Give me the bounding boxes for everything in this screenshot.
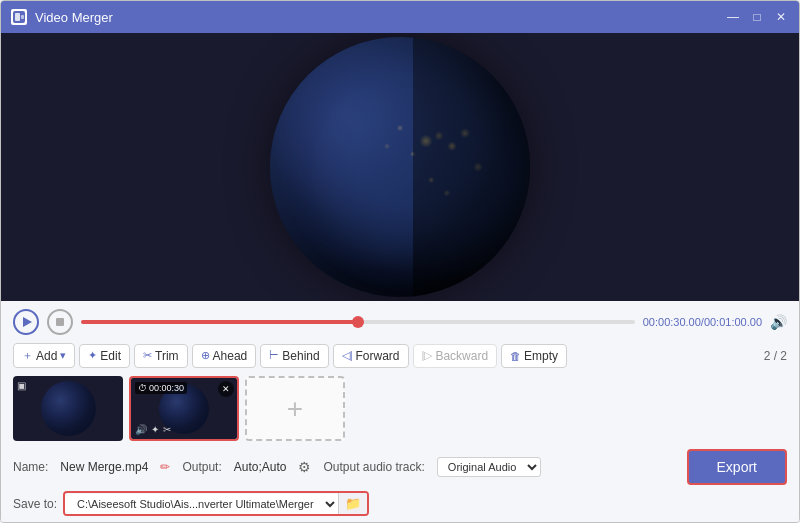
output-gear-icon[interactable]: ⚙ <box>298 459 311 475</box>
play-button[interactable] <box>13 309 39 335</box>
forward-label: Forward <box>356 349 400 363</box>
clip-remove-button-2[interactable]: ✕ <box>218 381 234 397</box>
backward-icon: |▷ <box>422 349 433 362</box>
window-title: Video Merger <box>35 10 725 25</box>
output-value: Auto;Auto <box>234 460 287 474</box>
svg-rect-2 <box>21 15 24 19</box>
progress-thumb[interactable] <box>352 316 364 328</box>
name-label: Name: <box>13 460 48 474</box>
name-value: New Merge.mp4 <box>60 460 148 474</box>
name-edit-icon[interactable]: ✏ <box>160 460 170 474</box>
export-button[interactable]: Export <box>687 449 787 485</box>
empty-icon: 🗑 <box>510 350 521 362</box>
meta-row: Name: New Merge.mp4 ✏ Output: Auto;Auto … <box>13 449 787 485</box>
audio-select[interactable]: Original Audio <box>437 457 541 477</box>
maximize-button[interactable]: □ <box>749 9 765 25</box>
save-folder-button[interactable]: 📁 <box>338 493 367 514</box>
forward-icon: ◁| <box>342 349 353 362</box>
progress-fill <box>81 320 358 324</box>
add-button[interactable]: ＋ Add ▾ <box>13 343 75 368</box>
timeline-row: ▣ ⏱ 00:00:30 ✕ 🔊 ✦ ✂ <box>13 376 787 441</box>
stop-button[interactable] <box>47 309 73 335</box>
video-preview <box>1 33 799 301</box>
stop-icon <box>56 318 64 326</box>
app-icon <box>11 9 27 25</box>
clip-duration-icon: ⏱ <box>138 383 147 393</box>
empty-label: Empty <box>524 349 558 363</box>
trim-label: Trim <box>155 349 179 363</box>
empty-button[interactable]: 🗑 Empty <box>501 344 567 368</box>
ahead-button[interactable]: ⊕ Ahead <box>192 344 257 368</box>
close-button[interactable]: ✕ <box>773 9 789 25</box>
window-controls: — □ ✕ <box>725 9 789 25</box>
add-label: Add <box>36 349 57 363</box>
clip-audio-icon: 🔊 <box>135 424 147 435</box>
forward-button[interactable]: ◁| Forward <box>333 344 409 368</box>
play-icon <box>23 317 32 327</box>
add-clip-button[interactable]: + <box>245 376 345 441</box>
save-path-select[interactable]: C:\Aiseesoft Studio\Ais...nverter Ultima… <box>65 494 338 514</box>
clip-caption-icon: ✦ <box>151 424 159 435</box>
clip-thumb-1: ▣ <box>13 376 123 441</box>
output-label: Output: <box>182 460 221 474</box>
controls-area: 00:00:30.00/00:01:00.00 🔊 ＋ Add ▾ ✦ Edit… <box>1 301 799 522</box>
edit-icon: ✦ <box>88 349 97 362</box>
clip-trim-icon: ✂ <box>163 424 171 435</box>
edit-button[interactable]: ✦ Edit <box>79 344 130 368</box>
edit-label: Edit <box>100 349 121 363</box>
earth-atmosphere <box>270 37 530 297</box>
clip-item-2[interactable]: ⏱ 00:00:30 ✕ 🔊 ✦ ✂ <box>129 376 239 441</box>
clip-video-icon-1: ▣ <box>17 380 26 391</box>
save-label: Save to: <box>13 497 57 511</box>
save-row: Save to: C:\Aiseesoft Studio\Ais...nvert… <box>13 491 787 516</box>
behind-label: Behind <box>282 349 319 363</box>
svg-rect-1 <box>15 13 20 21</box>
clip-item-1[interactable]: ▣ <box>13 376 123 441</box>
behind-icon: ⊢ <box>269 349 279 362</box>
ahead-icon: ⊕ <box>201 349 210 362</box>
volume-icon[interactable]: 🔊 <box>770 314 787 330</box>
time-display: 00:00:30.00/00:01:00.00 <box>643 316 762 328</box>
audio-label: Output audio track: <box>323 460 424 474</box>
save-path-wrapper: C:\Aiseesoft Studio\Ais...nverter Ultima… <box>63 491 369 516</box>
progress-track[interactable] <box>81 320 635 324</box>
add-dropdown-icon: ▾ <box>60 349 66 362</box>
clip-duration-badge-2: ⏱ 00:00:30 <box>135 382 187 394</box>
backward-label: Backward <box>435 349 488 363</box>
add-icon: ＋ <box>22 348 33 363</box>
trim-button[interactable]: ✂ Trim <box>134 344 188 368</box>
trim-icon: ✂ <box>143 349 152 362</box>
backward-button[interactable]: |▷ Backward <box>413 344 498 368</box>
clip-duration-text: 00:00:30 <box>149 383 184 393</box>
clip-thumb-2: ⏱ 00:00:30 ✕ 🔊 ✦ ✂ <box>131 378 237 439</box>
titlebar: Video Merger — □ ✕ <box>1 1 799 33</box>
playback-row: 00:00:30.00/00:01:00.00 🔊 <box>13 309 787 335</box>
clip-globe-1 <box>41 381 96 436</box>
main-window: Video Merger — □ ✕ <box>0 0 800 523</box>
behind-button[interactable]: ⊢ Behind <box>260 344 328 368</box>
video-preview-area <box>1 33 799 301</box>
minimize-button[interactable]: — <box>725 9 741 25</box>
clip-icons-2: 🔊 ✦ ✂ <box>135 424 171 435</box>
toolbar-row: ＋ Add ▾ ✦ Edit ✂ Trim ⊕ Ahead ⊢ Behind ◁… <box>13 343 787 368</box>
add-clip-plus-icon: + <box>287 393 303 425</box>
ahead-label: Ahead <box>213 349 248 363</box>
page-indicator: 2 / 2 <box>764 349 787 363</box>
earth-visual <box>270 37 530 297</box>
